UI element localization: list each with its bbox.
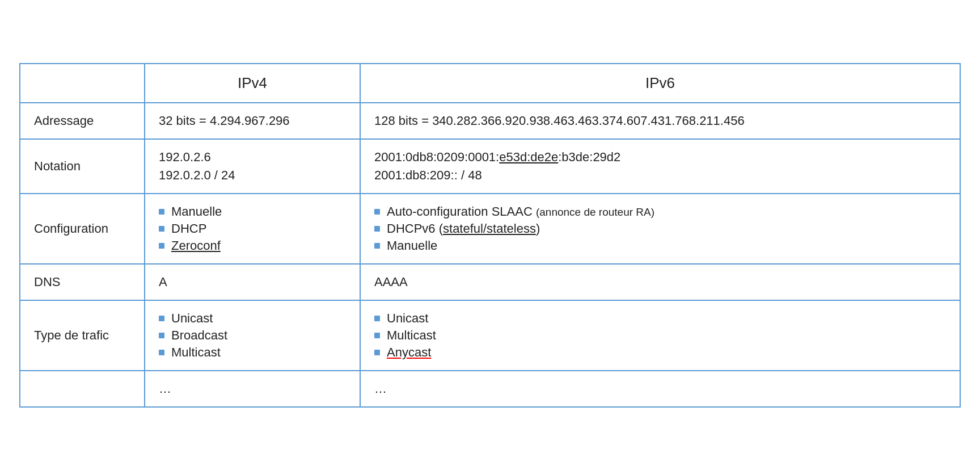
- list-item: Unicast: [159, 311, 346, 326]
- row-adressage: Adressage 32 bits = 4.294.967.296 128 bi…: [20, 103, 960, 139]
- row-configuration: Configuration Manuelle DHCP: [20, 194, 960, 264]
- misc-ipv6: …: [360, 371, 960, 407]
- row-misc: … …: [20, 371, 960, 407]
- notation-ipv4-line1: 192.0.2.6: [159, 150, 346, 165]
- list-item: Manuelle: [159, 204, 346, 219]
- list-item: Broadcast: [159, 328, 346, 343]
- bullet-icon: [159, 333, 164, 338]
- config-ipv6-item3: Manuelle: [387, 238, 437, 253]
- notation-ipv6: 2001:0db8:0209:0001:e53d:de2e:b3de:29d2 …: [360, 139, 960, 194]
- misc-ipv4: …: [145, 371, 360, 407]
- config-ipv6-item1: Auto-configuration SLAAC (annonce de rou…: [387, 204, 654, 219]
- bullet-icon: [159, 350, 164, 355]
- trafic-ipv6-item3: Anycast: [387, 345, 431, 360]
- list-item: Auto-configuration SLAAC (annonce de rou…: [374, 204, 946, 219]
- adressage-ipv4: 32 bits = 4.294.967.296: [145, 103, 360, 139]
- label-adressage: Adressage: [20, 103, 145, 139]
- bullet-icon: [374, 243, 380, 249]
- label-dns: DNS: [20, 264, 145, 300]
- notation-ipv4: 192.0.2.6 192.0.2.0 / 24: [145, 139, 360, 194]
- trafic-ipv4-item3: Multicast: [171, 345, 221, 360]
- bullet-icon: [159, 209, 164, 215]
- configuration-ipv4: Manuelle DHCP Zeroconf: [145, 194, 360, 264]
- list-item: DHCP: [159, 221, 346, 236]
- list-item: Anycast: [374, 345, 946, 360]
- label-notation: Notation: [20, 139, 145, 194]
- row-notation: Notation 192.0.2.6 192.0.2.0 / 24 2001:0…: [20, 139, 960, 194]
- label-misc: [20, 371, 145, 407]
- table-wrapper: IPv4 IPv6 Adressage 32 bits = 4.294.967.…: [19, 63, 961, 408]
- notation-ipv6-underlined: e53d:de2e: [499, 150, 558, 164]
- config-ipv4-item1: Manuelle: [171, 204, 222, 219]
- header-ipv6: IPv6: [360, 64, 960, 103]
- trafic-ipv4: Unicast Broadcast Multicast: [145, 300, 360, 371]
- bullet-icon: [159, 226, 164, 232]
- dns-ipv6: AAAA: [360, 264, 960, 300]
- list-item: Multicast: [159, 345, 346, 360]
- bullet-icon: [374, 226, 380, 232]
- trafic-ipv4-item2: Broadcast: [171, 328, 227, 343]
- configuration-ipv6: Auto-configuration SLAAC (annonce de rou…: [360, 194, 960, 264]
- notation-ipv4-line2: 192.0.2.0 / 24: [159, 168, 346, 183]
- list-item: Unicast: [374, 311, 946, 326]
- bullet-icon: [374, 316, 380, 321]
- label-type-trafic: Type de trafic: [20, 300, 145, 371]
- notation-ipv6-suffix: :b3de:29d2: [558, 150, 620, 164]
- trafic-ipv6-item2: Multicast: [387, 328, 436, 343]
- bullet-icon: [374, 209, 380, 215]
- config-ipv4-item3: Zeroconf: [171, 238, 221, 253]
- row-type-trafic: Type de trafic Unicast Broadcast: [20, 300, 960, 371]
- list-item: Manuelle: [374, 238, 946, 253]
- row-dns: DNS A AAAA: [20, 264, 960, 300]
- adressage-ipv6: 128 bits = 340.282.366.920.938.463.463.3…: [360, 103, 960, 139]
- header-ipv4: IPv4: [145, 64, 360, 103]
- list-item: DHCPv6 (stateful/stateless): [374, 221, 946, 236]
- dns-ipv4: A: [145, 264, 360, 300]
- notation-ipv6-line1: 2001:0db8:0209:0001:e53d:de2e:b3de:29d2: [374, 150, 946, 165]
- trafic-ipv6-item1: Unicast: [387, 311, 428, 326]
- bullet-icon: [159, 243, 164, 249]
- label-configuration: Configuration: [20, 194, 145, 264]
- list-item: Multicast: [374, 328, 946, 343]
- notation-ipv6-line2: 2001:db8:209:: / 48: [374, 168, 946, 183]
- notation-ipv6-prefix: 2001:0db8:0209:0001:: [374, 150, 499, 164]
- bullet-icon: [374, 333, 380, 338]
- list-item: Zeroconf: [159, 238, 346, 253]
- bullet-icon: [374, 350, 380, 355]
- config-ipv4-item2: DHCP: [171, 221, 206, 236]
- trafic-ipv6: Unicast Multicast Anycast: [360, 300, 960, 371]
- comparison-table: IPv4 IPv6 Adressage 32 bits = 4.294.967.…: [19, 63, 961, 408]
- header-col0: [20, 64, 145, 103]
- config-ipv6-item2: DHCPv6 (stateful/stateless): [387, 221, 540, 236]
- trafic-ipv4-item1: Unicast: [171, 311, 213, 326]
- bullet-icon: [159, 316, 164, 321]
